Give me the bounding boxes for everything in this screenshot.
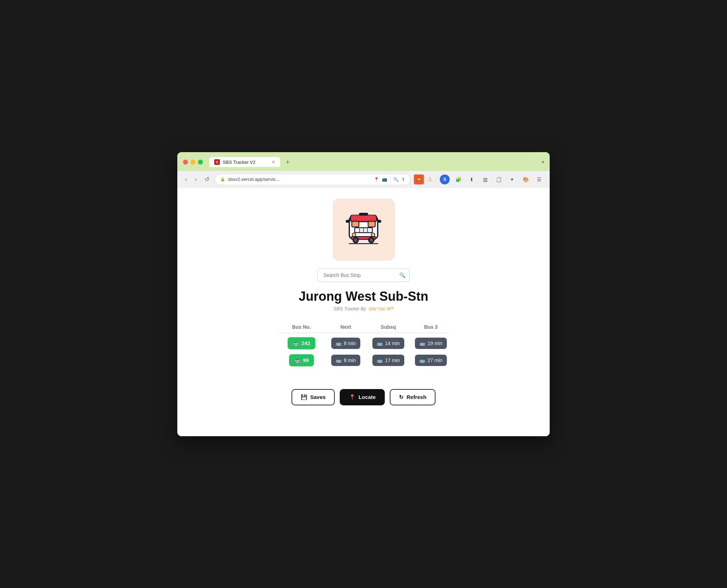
menu-button[interactable]: ☰ xyxy=(534,174,544,184)
favorites-button[interactable]: ✦ xyxy=(507,174,517,184)
sidebar-button[interactable]: ▥ xyxy=(480,174,490,184)
maximize-window-button[interactable] xyxy=(198,160,203,165)
saves-label: Saves xyxy=(310,394,326,400)
forward-button[interactable]: › xyxy=(193,175,199,184)
bus-time-icon: 🚌 xyxy=(377,340,383,346)
bus-242-badge: 🚌 242 xyxy=(288,337,315,349)
alert-icon: ⚠ xyxy=(427,176,432,183)
browser-window: S SBS Tracker V2 ✕ + ▾ ‹ › ↺ 🔒 sbsv2.ver… xyxy=(177,152,550,436)
bus3-time-badge: 🚌 27 min xyxy=(415,355,446,366)
bus-time-icon: 🚌 xyxy=(419,340,425,346)
zoom-icon: 🔍 xyxy=(393,177,399,182)
bus-illustration xyxy=(344,210,383,249)
close-tab-icon[interactable]: ✕ xyxy=(272,160,275,165)
col-bus-no: Bus No. xyxy=(278,324,324,330)
bus3-time: 27 min xyxy=(427,357,442,363)
download-button[interactable]: ⬇ xyxy=(467,174,477,184)
tab-favicon-icon: S xyxy=(214,159,220,165)
subsq-time-cell: 🚌 14 min xyxy=(367,338,410,349)
search-input[interactable] xyxy=(317,268,410,282)
extensions-button[interactable]: 🧩 xyxy=(453,174,463,184)
svg-rect-4 xyxy=(368,221,375,227)
separator xyxy=(436,176,436,183)
search-button[interactable]: 🔍 xyxy=(399,272,405,278)
attribution-text: SBS Tracker By xyxy=(334,306,366,311)
svg-rect-3 xyxy=(352,221,359,227)
attribution-author-link[interactable]: Wai Yan MT xyxy=(368,306,393,311)
refresh-label: Refresh xyxy=(406,394,426,400)
new-tab-button[interactable]: + xyxy=(283,157,293,167)
col-bus3: Bus 3 xyxy=(410,324,452,330)
separator xyxy=(390,176,390,183)
tab-list-dropdown-icon[interactable]: ▾ xyxy=(542,160,544,165)
locate-icon: 📍 xyxy=(349,394,356,400)
bus-number-cell: 🚌 242 xyxy=(278,337,324,349)
next-time-badge: 🚌 8 min xyxy=(331,355,360,366)
next-time: 8 min xyxy=(344,357,356,363)
next-time-badge: 🚌 8 min xyxy=(331,338,360,349)
minimize-window-button[interactable] xyxy=(190,160,195,165)
back-button[interactable]: ‹ xyxy=(183,175,189,184)
saves-icon: 💾 xyxy=(301,394,307,400)
browser-titlebar: S SBS Tracker V2 ✕ + ▾ xyxy=(177,152,550,171)
bottom-buttons: 💾 Saves 📍 Locate ↻ Refresh xyxy=(292,389,436,405)
secure-icon: 🔒 xyxy=(220,177,225,182)
browser-navbar: ‹ › ↺ 🔒 sbsv2.vercel.app/servic... 📍 📺 🔍… xyxy=(177,171,550,188)
location-pin-icon: 📍 xyxy=(374,177,379,182)
reload-button[interactable]: ↺ xyxy=(202,174,211,184)
bus-number: 242 xyxy=(301,340,310,346)
locate-label: Locate xyxy=(359,394,376,400)
bus-99-badge: 🚌 99 xyxy=(289,354,314,366)
table-row: 🚌 242 🚌 8 min 🚌 14 min xyxy=(278,337,449,349)
bus-number: 99 xyxy=(303,357,309,363)
page-content: 🔍 Jurong West Sub-Stn SBS Tracker By Wai… xyxy=(177,188,550,436)
tab-bar: S SBS Tracker V2 ✕ + ▾ xyxy=(209,157,544,167)
refresh-button[interactable]: ↻ Refresh xyxy=(390,389,435,405)
svg-rect-19 xyxy=(377,220,381,223)
subsq-time: 14 min xyxy=(385,340,400,346)
col-subsq: Subsq xyxy=(367,324,410,330)
subsq-time-badge: 🚌 17 min xyxy=(372,355,404,366)
bus-icon: 🚌 xyxy=(293,340,299,346)
url-text: sbsv2.vercel.app/servic... xyxy=(228,177,371,182)
locate-button[interactable]: 📍 Locate xyxy=(340,389,385,405)
subsq-time: 17 min xyxy=(385,357,400,363)
bus-time-icon: 🚌 xyxy=(377,357,383,363)
svg-point-13 xyxy=(354,238,357,242)
table-header: Bus No. Next Subsq Bus 3 xyxy=(278,324,449,333)
close-window-button[interactable] xyxy=(183,160,188,165)
bus-table: Bus No. Next Subsq Bus 3 🚌 242 🚌 8 min xyxy=(278,324,449,371)
saves-button[interactable]: 💾 Saves xyxy=(292,389,335,405)
bus-icon: 🚌 xyxy=(294,357,301,364)
subsq-time-cell: 🚌 17 min xyxy=(367,355,410,366)
svg-point-10 xyxy=(352,233,356,237)
profile-avatar-button[interactable]: S xyxy=(440,174,450,184)
next-time-cell: 🚌 8 min xyxy=(324,338,367,349)
reader-button[interactable]: 📋 xyxy=(494,174,504,184)
col-next: Next xyxy=(324,324,367,330)
cast-icon: 📺 xyxy=(382,177,387,182)
svg-rect-17 xyxy=(359,213,368,216)
tab-title: SBS Tracker V2 xyxy=(223,160,255,165)
bus3-time-cell: 🚌 19 min xyxy=(410,338,452,349)
bus3-time-badge: 🚌 19 min xyxy=(415,338,446,349)
share-icon: ⬆ xyxy=(401,177,405,182)
station-title: Jurong West Sub-Stn xyxy=(299,289,428,304)
svg-rect-18 xyxy=(346,220,350,223)
table-row: 🚌 99 🚌 8 min 🚌 17 min xyxy=(278,354,449,366)
extensions-list-button[interactable]: 🎨 xyxy=(521,174,531,184)
address-bar[interactable]: 🔒 sbsv2.vercel.app/servic... 📍 📺 🔍 ⬆ xyxy=(215,174,410,185)
brave-shield-icon[interactable]: 🦁 xyxy=(414,174,424,184)
bus-icon-card xyxy=(333,199,395,261)
subsq-time-badge: 🚌 14 min xyxy=(372,338,404,349)
bus-time-icon: 🚌 xyxy=(335,340,342,346)
attribution: SBS Tracker By Wai Yan MT xyxy=(334,306,394,311)
svg-point-11 xyxy=(371,233,375,237)
next-time: 8 min xyxy=(344,340,356,346)
refresh-icon: ↻ xyxy=(399,394,404,400)
active-tab[interactable]: S SBS Tracker V2 ✕ xyxy=(209,157,280,167)
bus3-time: 19 min xyxy=(427,340,442,346)
nav-icons: 🦁 ⚠ S 🧩 ⬇ ▥ 📋 ✦ 🎨 ☰ xyxy=(414,174,544,184)
next-time-cell: 🚌 8 min xyxy=(324,355,367,366)
bus3-time-cell: 🚌 27 min xyxy=(410,355,452,366)
